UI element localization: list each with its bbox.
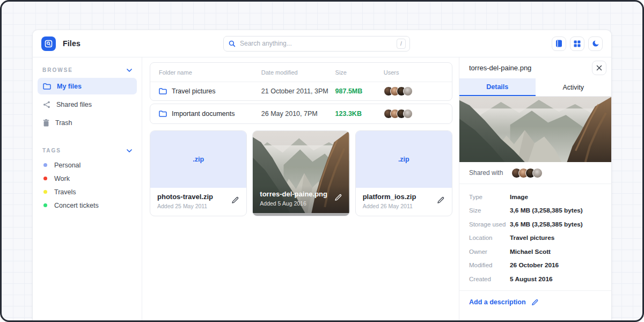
trash-icon <box>43 119 49 127</box>
file-card-platform-ios[interactable]: .zip platform_ios.zip Added 26 May 2011 <box>355 130 452 216</box>
search-shortcut-badge: / <box>397 39 406 49</box>
detail-row-owner: Owner Michael Scott <box>469 245 602 259</box>
header-actions <box>552 36 603 51</box>
library-button[interactable] <box>552 36 566 51</box>
sidebar-item-label: My files <box>57 83 82 90</box>
file-card-torres-del-paine[interactable]: torres-del-paine.png Added 5 Aug 2016 <box>252 130 349 216</box>
detail-label: Location <box>469 235 510 241</box>
tag-color-dot <box>43 177 47 180</box>
edit-icon[interactable] <box>231 196 239 204</box>
folder-name: Travel pictures <box>172 87 216 95</box>
tag-item-personal[interactable]: Personal <box>38 158 137 172</box>
detail-row-type: Type Image <box>469 190 602 204</box>
file-name: torres-del-paine.png <box>260 190 327 198</box>
close-panel-button[interactable] <box>592 61 606 75</box>
app-logo[interactable] <box>41 36 56 51</box>
sidebar-item-my-files[interactable]: My files <box>38 78 137 94</box>
file-name: photos-travel.zip <box>157 193 213 201</box>
panel-tabs: Details Activity <box>459 78 611 97</box>
detail-value: Travel pictures <box>510 234 554 241</box>
add-description-label: Add a description <box>469 298 526 306</box>
file-added-date: Added 5 Aug 2016 <box>260 200 327 207</box>
tag-item-concert-tickets[interactable]: Concert tickets <box>38 199 137 212</box>
folders-table: Important documents 26 May 2010, 7PM 123… <box>150 104 452 124</box>
sidebar-spacer <box>38 133 137 145</box>
file-search-icon <box>45 40 53 48</box>
chevron-down-icon[interactable] <box>127 69 132 72</box>
detail-label: Size <box>469 207 510 214</box>
tab-details[interactable]: Details <box>459 78 536 96</box>
edit-icon <box>531 298 539 306</box>
chevron-down-icon[interactable] <box>127 149 132 152</box>
tag-item-work[interactable]: Work <box>38 172 137 185</box>
file-name: platform_ios.zip <box>363 193 416 201</box>
file-added-date: Added 26 May 2011 <box>363 203 416 209</box>
details-panel: torres-del-paine.png Details Activity <box>459 57 611 322</box>
edit-icon[interactable] <box>436 196 445 204</box>
folder-size: 987.5MB <box>335 87 363 95</box>
folder-icon <box>43 83 51 90</box>
browse-section-header[interactable]: BROWSE <box>38 64 137 78</box>
file-card-photos-travel[interactable]: .zip photos-travel.zip Added 25 May 2011 <box>150 130 247 216</box>
detail-label: Owner <box>469 248 510 255</box>
file-cards-row: .zip photos-travel.zip Added 25 May 2011 <box>150 130 452 216</box>
table-row[interactable]: Travel pictures 21 October 2011, 3PM 987… <box>150 82 452 100</box>
folder-icon <box>159 88 167 94</box>
detail-value: 26 October 2016 <box>510 261 559 269</box>
grid-icon <box>574 40 581 47</box>
avatar <box>403 109 413 119</box>
tag-item-travels[interactable]: Travels <box>38 185 137 199</box>
tag-label: Personal <box>54 162 80 169</box>
date-modified: 26 May 2010, 7PM <box>261 110 335 118</box>
mountain-photo-preview <box>459 97 611 162</box>
browse-section-label: BROWSE <box>42 67 73 73</box>
detail-value: 5 August 2016 <box>510 275 553 283</box>
grid-view-button[interactable] <box>570 36 584 51</box>
search-icon <box>229 40 236 47</box>
detail-value: Michael Scott <box>510 248 551 255</box>
detail-row-created: Created 5 August 2016 <box>469 272 602 286</box>
folder-size: 123.3KB <box>335 110 362 118</box>
desktop-background: Files / <box>0 0 644 322</box>
shared-with-label: Shared with <box>469 169 503 177</box>
detail-value: 3,6 MB (3,258,385 bytes) <box>510 221 583 228</box>
column-header-date-modified: Date modified <box>261 69 335 76</box>
table-header-row: Folder name Date modified Size Users <box>150 63 452 82</box>
page-title: Files <box>63 39 80 48</box>
edit-icon[interactable] <box>334 193 342 202</box>
file-details-list: Type Image Size 3,6 MB (3,258,385 bytes)… <box>459 184 611 291</box>
detail-value: Image <box>510 193 528 201</box>
search-input[interactable] <box>240 40 397 47</box>
book-icon <box>555 40 562 47</box>
column-header-folder-name: Folder name <box>159 69 261 76</box>
sidebar-item-trash[interactable]: Trash <box>38 114 137 131</box>
tag-color-dot <box>43 203 47 207</box>
column-header-size: Size <box>335 69 384 76</box>
avatar <box>532 168 543 178</box>
sidebar-item-label: Trash <box>55 119 72 127</box>
shared-avatars <box>511 168 543 178</box>
column-header-users: Users <box>384 69 443 76</box>
files-app-window: Files / <box>32 30 612 322</box>
tag-label: Travels <box>54 188 76 196</box>
search-bar[interactable]: / <box>223 36 410 52</box>
detail-label: Type <box>469 194 510 200</box>
tag-color-dot <box>43 190 47 194</box>
sidebar: BROWSE My files <box>33 57 142 322</box>
dark-mode-toggle[interactable] <box>588 36 603 51</box>
add-description-button[interactable]: Add a description <box>459 291 611 314</box>
avatar <box>403 86 413 96</box>
tab-activity[interactable]: Activity <box>536 78 612 96</box>
sidebar-item-shared-files[interactable]: Shared files <box>38 96 137 113</box>
table-row[interactable]: Important documents 26 May 2010, 7PM 123… <box>150 104 452 123</box>
user-avatars <box>384 109 413 119</box>
folder-name: Important documents <box>172 110 235 118</box>
zip-thumbnail: .zip <box>356 131 452 188</box>
detail-label: Storage used <box>469 221 510 228</box>
folders-table: Folder name Date modified Size Users Tra… <box>150 62 452 101</box>
detail-row-storage-used: Storage used 3,6 MB (3,258,385 bytes) <box>469 217 602 231</box>
detail-label: Created <box>469 276 510 282</box>
zip-badge: .zip <box>193 156 204 163</box>
tags-section-header[interactable]: TAGS <box>38 145 137 158</box>
tag-color-dot <box>43 163 47 167</box>
